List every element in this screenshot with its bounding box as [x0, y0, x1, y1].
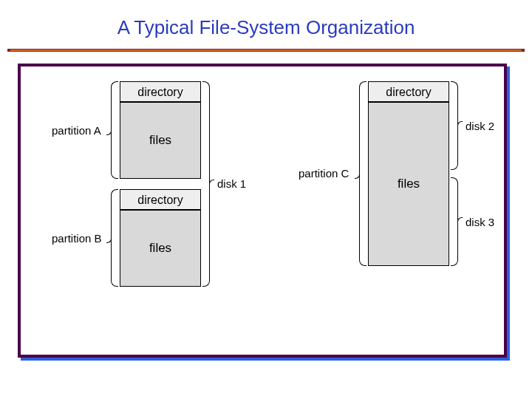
label-disk3: disk 3 — [466, 216, 494, 228]
brace-disk2 — [451, 81, 458, 170]
partition-c-directory: directory — [368, 81, 449, 102]
brace-disk1 — [202, 81, 210, 287]
title-rule-inner — [10, 50, 522, 51]
label-partition-a: partition A — [52, 124, 101, 137]
partition-c-column: directory files — [368, 81, 449, 266]
brace-partition-b — [111, 189, 118, 287]
partition-b-directory: directory — [120, 189, 201, 210]
partition-c-files: files — [368, 102, 449, 266]
label-partition-c: partition C — [299, 167, 349, 180]
label-disk2: disk 2 — [466, 120, 494, 132]
brace-partition-c — [359, 81, 366, 266]
brace-disk3 — [451, 177, 458, 266]
partition-a-directory: directory — [120, 81, 201, 102]
page-title: A Typical File-System Organization — [0, 0, 532, 47]
diagram-panel: directory files directory files director… — [18, 64, 507, 358]
partition-b-files: files — [120, 210, 201, 287]
brace-partition-a — [111, 81, 118, 179]
disk1-column: directory files directory files — [120, 81, 201, 287]
partition-a-files: files — [120, 102, 201, 179]
label-partition-b: partition B — [52, 232, 102, 245]
label-disk1: disk 1 — [217, 177, 246, 190]
